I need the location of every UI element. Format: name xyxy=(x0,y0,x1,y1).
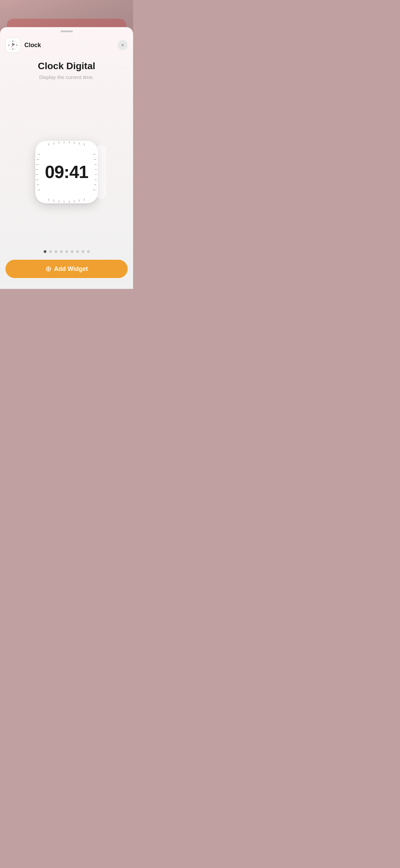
app-icon xyxy=(5,38,20,53)
page-dot-7 xyxy=(76,250,79,253)
clock-app-icon-svg xyxy=(7,39,19,51)
svg-point-17 xyxy=(13,45,14,46)
page-dots xyxy=(44,250,90,253)
close-button[interactable]: × xyxy=(118,40,128,50)
drag-handle xyxy=(61,31,73,32)
next-widget-peek xyxy=(96,145,106,199)
page-dot-6 xyxy=(71,250,73,253)
page-dot-4 xyxy=(60,250,63,253)
app-info: Clock xyxy=(5,38,41,53)
widget-subtitle: Display the current time. xyxy=(39,74,94,80)
add-widget-label: Add Widget xyxy=(54,265,88,273)
page-dot-8 xyxy=(82,250,84,253)
page-dot-1 xyxy=(44,250,46,253)
page-dot-9 xyxy=(87,250,90,253)
add-widget-button[interactable]: ⊕ Add Widget xyxy=(5,260,128,278)
widget-preview-area: 09:41 xyxy=(0,94,133,250)
widget-sheet: Clock × Clock Digital Display the curren… xyxy=(0,27,133,289)
widget-title: Clock Digital xyxy=(38,61,96,72)
add-widget-icon: ⊕ xyxy=(45,264,51,273)
clock-time: 09:41 xyxy=(45,162,88,182)
app-name: Clock xyxy=(24,42,41,49)
digital-clock-widget: 09:41 xyxy=(35,141,98,203)
sheet-header: Clock × xyxy=(0,38,133,53)
page-dot-3 xyxy=(55,250,57,253)
page-dot-5 xyxy=(65,250,68,253)
page-dot-2 xyxy=(49,250,52,253)
